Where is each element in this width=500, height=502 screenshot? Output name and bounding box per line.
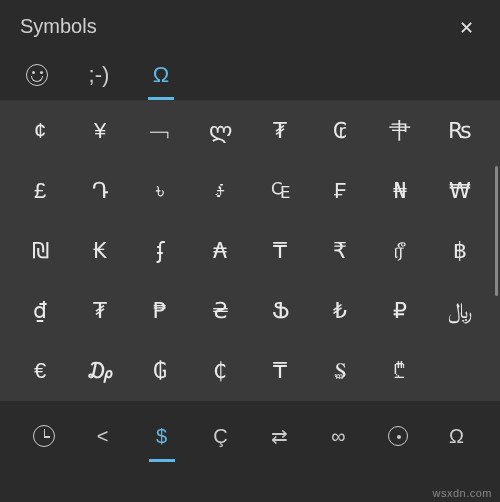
symbol-cell[interactable]: ₳ bbox=[190, 221, 250, 281]
symbol-cell[interactable]: ₨ bbox=[430, 101, 490, 161]
symbol-cell[interactable]: ₭ bbox=[70, 221, 130, 281]
symbol-cell[interactable]: ₣ bbox=[310, 161, 370, 221]
category-latin[interactable]: Ç bbox=[191, 415, 250, 458]
symbol-cell[interactable]: £ bbox=[10, 161, 70, 221]
symbol-cell[interactable]: ₩ bbox=[430, 161, 490, 221]
category-math[interactable]: ∞ bbox=[309, 415, 368, 458]
symbol-cell[interactable]: ₪ bbox=[10, 221, 70, 281]
symbol-cell[interactable]: 肀 bbox=[370, 101, 430, 161]
symbol-cell[interactable]: ₺ bbox=[310, 281, 370, 341]
symbol-cell[interactable]: ₠ bbox=[250, 161, 310, 221]
symbol-cell[interactable]: ₮ bbox=[70, 281, 130, 341]
symbol-cell[interactable]: ₷ bbox=[310, 341, 370, 401]
symbol-cell[interactable]: ₾ bbox=[370, 341, 430, 401]
symbol-cell[interactable] bbox=[430, 341, 490, 401]
symbol-cell[interactable]: Ֆ bbox=[250, 281, 310, 341]
panel-title: Symbols bbox=[20, 15, 97, 38]
symbol-cell[interactable]: ₮ bbox=[250, 101, 310, 161]
symbol-grid-container: ¢ ¥ ﹁ ლ ₮ ₢ 肀 ₨ £ Դ ৳ ៛ ₠ ₣ ₦ ₩ ₪ ₭ ʄ ₳ … bbox=[0, 101, 500, 401]
symbol-cell[interactable]: ৳ bbox=[130, 161, 190, 221]
watermark: wsxdn.com bbox=[432, 487, 492, 499]
symbol-cell[interactable]: ₦ bbox=[370, 161, 430, 221]
category-tabs: < $ Ç ⇄ ∞ Ω bbox=[0, 401, 500, 471]
panel-header: Symbols ✕ bbox=[0, 0, 500, 46]
symbol-cell[interactable]: ﷼ bbox=[430, 281, 490, 341]
symbol-cell[interactable]: € bbox=[10, 341, 70, 401]
symbol-cell[interactable]: ₲ bbox=[130, 341, 190, 401]
close-button[interactable]: ✕ bbox=[453, 15, 480, 41]
symbol-cell[interactable]: ₽ bbox=[370, 281, 430, 341]
clock-icon bbox=[33, 425, 55, 447]
tab-emoji[interactable] bbox=[22, 56, 52, 100]
category-punctuation[interactable]: < bbox=[73, 415, 132, 458]
tab-kaomoji[interactable]: ;-) bbox=[84, 56, 114, 100]
symbol-cell[interactable]: Դ bbox=[70, 161, 130, 221]
symbol-cell[interactable]: ₯ bbox=[70, 341, 130, 401]
symbol-cell[interactable]: ₸ bbox=[250, 341, 310, 401]
category-arrows[interactable]: ⇄ bbox=[250, 414, 309, 458]
symbol-cell[interactable]: ₵ bbox=[190, 341, 250, 401]
category-language[interactable]: Ω bbox=[427, 415, 486, 458]
symbol-cell[interactable]: ரீ bbox=[370, 221, 430, 281]
symbol-cell[interactable]: ¥ bbox=[70, 101, 130, 161]
category-geometric[interactable] bbox=[368, 416, 427, 456]
symbol-grid: ¢ ¥ ﹁ ლ ₮ ₢ 肀 ₨ £ Դ ৳ ៛ ₠ ₣ ₦ ₩ ₪ ₭ ʄ ₳ … bbox=[0, 101, 500, 401]
symbol-cell[interactable]: ﹁ bbox=[130, 101, 190, 161]
symbol-cell[interactable]: ლ bbox=[190, 101, 250, 161]
symbol-cell[interactable]: ฿ bbox=[430, 221, 490, 281]
category-currency[interactable]: $ bbox=[132, 415, 191, 458]
symbol-cell[interactable]: ₱ bbox=[130, 281, 190, 341]
symbol-cell[interactable]: ₴ bbox=[190, 281, 250, 341]
symbol-cell[interactable]: ៛ bbox=[190, 161, 250, 221]
tab-symbols[interactable]: Ω bbox=[146, 56, 176, 100]
mode-tabs: ;-) Ω bbox=[0, 46, 500, 101]
symbol-cell[interactable]: ʄ bbox=[130, 221, 190, 281]
circled-dot-icon bbox=[388, 426, 408, 446]
scrollbar-thumb[interactable] bbox=[495, 166, 498, 296]
symbol-cell[interactable]: ₢ bbox=[310, 101, 370, 161]
symbol-cell[interactable]: ¢ bbox=[10, 101, 70, 161]
symbol-cell[interactable]: ₫ bbox=[10, 281, 70, 341]
category-recent[interactable] bbox=[14, 415, 73, 457]
symbol-cell[interactable]: ₸ bbox=[250, 221, 310, 281]
symbol-cell[interactable]: ₹ bbox=[310, 221, 370, 281]
emoji-face-icon bbox=[26, 64, 48, 86]
